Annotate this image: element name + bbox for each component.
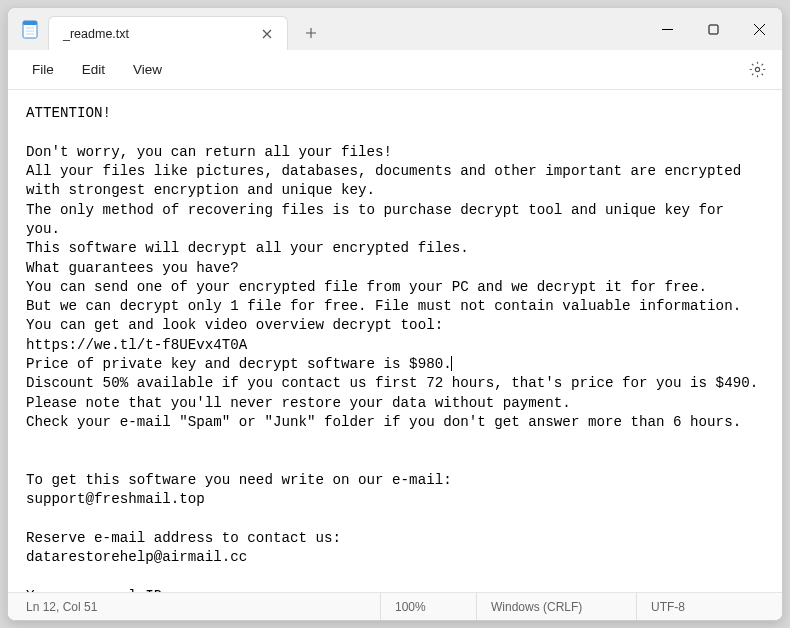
- window-controls: [644, 8, 782, 50]
- status-cursor-position: Ln 12, Col 51: [20, 593, 380, 620]
- tab-active[interactable]: _readme.txt: [48, 16, 288, 50]
- close-tab-button[interactable]: [257, 24, 277, 44]
- tab-title: _readme.txt: [63, 27, 257, 41]
- minimize-button[interactable]: [644, 8, 690, 50]
- menu-edit[interactable]: Edit: [68, 56, 119, 83]
- text-line: Discount 50% available if you contact us…: [26, 375, 758, 391]
- text-line: support@freshmail.top: [26, 491, 205, 507]
- status-line-ending: Windows (CRLF): [476, 593, 636, 620]
- titlebar[interactable]: _readme.txt: [8, 8, 782, 50]
- svg-rect-5: [709, 25, 718, 34]
- text-line: The only method of recovering files is t…: [26, 202, 733, 237]
- new-tab-button[interactable]: [294, 16, 328, 50]
- status-encoding: UTF-8: [636, 593, 746, 620]
- titlebar-drag-area[interactable]: [328, 8, 644, 50]
- text-line: All your files like pictures, databases,…: [26, 163, 750, 198]
- settings-button[interactable]: [742, 55, 772, 85]
- text-line: This software will decrypt all your encr…: [26, 240, 469, 256]
- status-zoom[interactable]: 100%: [380, 593, 476, 620]
- menu-view[interactable]: View: [119, 56, 176, 83]
- notepad-app-icon: [20, 19, 40, 39]
- svg-rect-1: [23, 21, 37, 25]
- text-line: Reserve e-mail address to contact us:: [26, 530, 341, 546]
- text-line: What guarantees you have?: [26, 260, 239, 276]
- svg-point-6: [755, 67, 759, 71]
- statusbar: Ln 12, Col 51 100% Windows (CRLF) UTF-8: [8, 592, 782, 620]
- text-area[interactable]: ATTENTION! Don't worry, you can return a…: [8, 90, 782, 592]
- menubar: File Edit View: [8, 50, 782, 90]
- text-line: Check your e-mail "Spam" or "Junk" folde…: [26, 414, 741, 430]
- text-line: Your personal ID:: [26, 588, 171, 592]
- text-caret: [451, 356, 452, 371]
- text-line: datarestorehelp@airmail.cc: [26, 549, 247, 565]
- tab-strip: _readme.txt: [48, 8, 328, 50]
- text-line: You can send one of your encrypted file …: [26, 279, 707, 295]
- menu-file[interactable]: File: [18, 56, 68, 83]
- text-line: To get this software you need write on o…: [26, 472, 452, 488]
- text-line: Don't worry, you can return all your fil…: [26, 144, 392, 160]
- text-line: Please note that you'll never restore yo…: [26, 395, 571, 411]
- notepad-window: _readme.txt File Edit View: [7, 7, 783, 621]
- text-line: https://we.tl/t-f8UEvx4T0A: [26, 337, 247, 353]
- maximize-button[interactable]: [690, 8, 736, 50]
- text-line: ATTENTION!: [26, 105, 111, 121]
- text-line: Price of private key and decrypt softwar…: [26, 356, 452, 372]
- close-window-button[interactable]: [736, 8, 782, 50]
- text-line: But we can decrypt only 1 file for free.…: [26, 298, 741, 314]
- text-line: You can get and look video overview decr…: [26, 317, 443, 333]
